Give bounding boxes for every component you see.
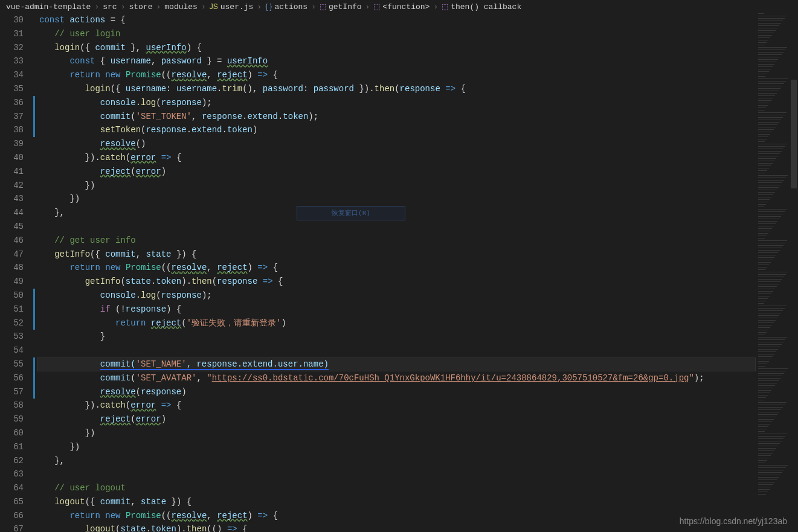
code-line[interactable]: commit('SET_NAME', response.extend.user.… [39, 357, 756, 371]
chevron-right-icon: › [155, 2, 162, 11]
code-line[interactable]: if (!response) { [39, 303, 756, 316]
line-number-gutter: 3031323334353637383940414243444546474849… [0, 13, 33, 532]
code-line[interactable]: login({ commit }, userInfo) { [39, 41, 756, 55]
code-line[interactable]: logout({ commit, state }) { [39, 495, 756, 509]
chevron-right-icon: › [256, 2, 263, 11]
js-file-icon: JS [210, 2, 218, 11]
code-line[interactable]: setToken(response.extend.token) [39, 123, 756, 137]
code-line[interactable]: } [39, 330, 756, 344]
code-line[interactable]: }) [39, 192, 756, 206]
code-line[interactable]: }) [39, 179, 756, 193]
code-line[interactable]: }).catch(error => { [39, 399, 756, 412]
crumb-getinfo[interactable]: getInfo [329, 2, 362, 11]
code-line[interactable]: }, [39, 454, 756, 468]
code-line[interactable]: getInfo(state.token).then(response => { [39, 275, 756, 289]
crumb-function[interactable]: <function> [382, 2, 430, 11]
code-line[interactable]: console.log(response); [39, 96, 756, 110]
code-line[interactable]: return new Promise((resolve, reject) => … [39, 68, 756, 82]
code-line[interactable]: commit('SET_AVATAR', "https://ss0.bdstat… [39, 371, 756, 385]
code-line[interactable]: }) [39, 440, 756, 454]
crumb-then-callback[interactable]: then() callback [451, 2, 521, 11]
crumb-project[interactable]: vue-admin-template [6, 2, 91, 11]
chevron-right-icon: › [93, 2, 100, 11]
code-line[interactable] [39, 344, 756, 357]
code-line[interactable]: commit('SET_TOKEN', response.extend.toke… [39, 110, 756, 124]
chevron-right-icon: › [432, 2, 439, 11]
code-line[interactable] [39, 467, 756, 481]
code-line[interactable]: return new Promise((resolve, reject) => … [39, 509, 756, 523]
scrollbar-thumb[interactable] [791, 80, 797, 188]
code-content[interactable]: const actions = { // user login login({ … [37, 13, 756, 532]
crumb-modules[interactable]: modules [164, 2, 198, 11]
chevron-right-icon: › [200, 2, 207, 11]
code-line[interactable]: reject(error) [39, 412, 756, 426]
code-line[interactable]: }) [39, 426, 756, 440]
code-line[interactable]: // user logout [39, 481, 756, 495]
code-line[interactable]: resolve() [39, 137, 756, 151]
breadcrumb: vue-admin-template › src › store › modul… [0, 0, 798, 13]
method-icon: ⬚ [320, 2, 326, 11]
method-icon: ⬚ [373, 2, 380, 11]
crumb-store[interactable]: store [129, 2, 152, 11]
code-line[interactable]: // get user info [39, 234, 756, 248]
field-icon: { } [265, 2, 272, 11]
code-line[interactable]: }).catch(error => { [39, 151, 756, 165]
code-line[interactable] [39, 220, 756, 234]
vertical-scrollbar[interactable] [790, 13, 798, 532]
code-line[interactable]: reject(error) [39, 165, 756, 179]
restore-window-button[interactable]: 恢复窗口(R) [297, 206, 405, 220]
code-line[interactable]: console.log(response); [39, 289, 756, 303]
method-icon: ⬚ [442, 2, 448, 11]
code-line[interactable]: resolve(response) [39, 385, 756, 399]
chevron-right-icon: › [364, 2, 372, 11]
chevron-right-icon: › [310, 2, 317, 11]
code-line[interactable]: getInfo({ commit, state }) { [39, 248, 756, 261]
code-line[interactable]: return reject('验证失败，请重新登录') [39, 316, 756, 330]
chevron-right-icon: › [120, 2, 127, 11]
code-editor[interactable]: 3031323334353637383940414243444546474849… [0, 13, 798, 532]
code-line[interactable]: const { username, password } = userInfo [39, 54, 756, 68]
crumb-actions[interactable]: actions [275, 2, 308, 11]
code-line[interactable]: login({ username: username.trim(), passw… [39, 82, 756, 96]
code-line[interactable]: const actions = { [39, 13, 756, 27]
code-line[interactable]: // user login [39, 27, 756, 41]
crumb-src[interactable]: src [103, 2, 117, 11]
code-line[interactable]: logout(state.token).then(() => { [39, 522, 756, 532]
code-line[interactable]: return new Promise((resolve, reject) => … [39, 261, 756, 275]
crumb-file[interactable]: user.js [220, 2, 254, 11]
